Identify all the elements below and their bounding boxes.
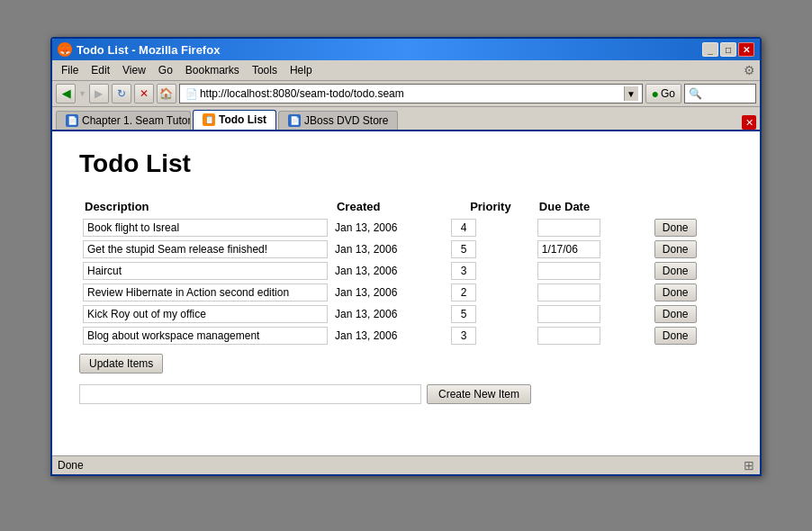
- header-due-date: Due Date: [534, 196, 651, 217]
- row-description-cell-2: [79, 260, 331, 282]
- new-item-row: Create New Item: [79, 384, 733, 404]
- menu-edit[interactable]: Edit: [86, 62, 115, 78]
- row-created-0: Jan 13, 2006: [331, 217, 447, 238]
- reload-button[interactable]: ↻: [112, 84, 131, 104]
- due-date-input-1[interactable]: [537, 240, 600, 258]
- forward-button[interactable]: ▶: [89, 84, 109, 104]
- table-row: Jan 13, 2006 Done: [79, 303, 733, 325]
- done-button-3[interactable]: Done: [654, 284, 697, 302]
- row-priority-cell-0: [447, 217, 534, 238]
- back-button[interactable]: ◀: [56, 84, 76, 104]
- row-description-cell-3: [79, 282, 331, 303]
- table-row: Jan 13, 2006 Done: [79, 238, 733, 260]
- header-description: Description: [79, 196, 331, 217]
- search-icon: 🔍: [689, 87, 702, 100]
- table-row: Jan 13, 2006 Done: [79, 260, 733, 282]
- address-text: http://localhost:8080/seam-todo/todo.sea…: [200, 87, 624, 100]
- row-created-3: Jan 13, 2006: [331, 282, 447, 303]
- page-content: Todo List Description Created Priority D…: [52, 131, 760, 455]
- priority-input-2[interactable]: [451, 262, 476, 280]
- row-done-cell-4: Done: [651, 303, 733, 325]
- priority-input-5[interactable]: [451, 327, 476, 345]
- status-text: Done: [58, 459, 84, 472]
- todo-table: Description Created Priority Due Date Ja…: [79, 196, 733, 346]
- address-bar-container: 📄 http://localhost:8080/seam-todo/todo.s…: [179, 84, 643, 104]
- tab-close-button[interactable]: ✕: [742, 115, 756, 130]
- menu-file[interactable]: File: [56, 62, 84, 78]
- menu-view[interactable]: View: [117, 62, 151, 78]
- row-priority-cell-3: [447, 282, 534, 303]
- menu-go[interactable]: Go: [153, 62, 178, 78]
- header-created: Created: [331, 196, 447, 217]
- close-button[interactable]: ✕: [738, 42, 754, 57]
- menu-bookmarks[interactable]: Bookmarks: [180, 62, 245, 78]
- table-header-row: Description Created Priority Due Date: [79, 196, 733, 217]
- tab-bar-right: ✕: [742, 115, 756, 130]
- priority-input-1[interactable]: [451, 240, 476, 258]
- row-done-cell-1: Done: [651, 238, 733, 260]
- tab-todo[interactable]: 📋 Todo List: [193, 110, 276, 130]
- page-icon: 📄: [184, 88, 200, 100]
- go-button[interactable]: ● Go: [645, 84, 681, 104]
- due-date-input-0[interactable]: [537, 219, 600, 237]
- desc-input-3[interactable]: [83, 284, 328, 302]
- due-date-input-5[interactable]: [537, 327, 600, 345]
- create-new-item-button[interactable]: Create New Item: [427, 384, 531, 404]
- row-created-1: Jan 13, 2006: [331, 238, 447, 260]
- done-button-4[interactable]: Done: [654, 305, 697, 323]
- menu-settings-icon: ⚙: [742, 63, 756, 77]
- done-button-1[interactable]: Done: [654, 240, 697, 258]
- row-priority-cell-2: [447, 260, 534, 282]
- due-date-input-3[interactable]: [537, 284, 600, 302]
- priority-input-3[interactable]: [451, 284, 476, 302]
- title-bar-controls: _ □ ✕: [702, 42, 754, 57]
- minimize-button[interactable]: _: [702, 42, 718, 57]
- row-created-4: Jan 13, 2006: [331, 303, 447, 325]
- row-due-date-cell-4: [534, 303, 651, 325]
- search-input[interactable]: 🔍: [684, 84, 756, 104]
- home-button[interactable]: 🏠: [157, 84, 176, 104]
- row-due-date-cell-3: [534, 282, 651, 303]
- desc-input-0[interactable]: [83, 219, 328, 237]
- table-row: Jan 13, 2006 Done: [79, 217, 733, 238]
- maximize-button[interactable]: □: [720, 42, 736, 57]
- address-dropdown[interactable]: ▼: [624, 86, 638, 101]
- desc-input-2[interactable]: [83, 262, 328, 280]
- window-title: Todo List - Mozilla Firefox: [77, 43, 220, 57]
- priority-input-4[interactable]: [451, 305, 476, 323]
- row-description-cell-1: [79, 238, 331, 260]
- header-action: [651, 196, 733, 217]
- update-items-button[interactable]: Update Items: [79, 354, 163, 374]
- priority-input-0[interactable]: [451, 219, 476, 237]
- done-button-0[interactable]: Done: [654, 219, 697, 237]
- done-button-5[interactable]: Done: [654, 327, 697, 345]
- row-done-cell-2: Done: [651, 260, 733, 282]
- row-priority-cell-1: [447, 238, 534, 260]
- due-date-input-2[interactable]: [537, 262, 600, 280]
- row-priority-cell-5: [447, 325, 534, 346]
- row-due-date-cell-1: [534, 238, 651, 260]
- address-bar[interactable]: 📄 http://localhost:8080/seam-todo/todo.s…: [179, 84, 643, 104]
- menu-help[interactable]: Help: [284, 62, 318, 78]
- nav-bar: ◀ ▼ ▶ ↻ ✕ 🏠 📄 http://localhost:8080/seam…: [52, 81, 760, 107]
- due-date-input-4[interactable]: [537, 305, 600, 323]
- desc-input-4[interactable]: [83, 305, 328, 323]
- tab-chapter[interactable]: 📄 Chapter 1. Seam Tutorial: [56, 111, 191, 130]
- new-item-input[interactable]: [79, 384, 421, 404]
- row-description-cell-4: [79, 303, 331, 325]
- row-done-cell-3: Done: [651, 282, 733, 303]
- menu-tools[interactable]: Tools: [247, 62, 283, 78]
- go-circle-icon: ●: [652, 86, 659, 101]
- page-title: Todo List: [79, 149, 733, 178]
- desc-input-5[interactable]: [83, 327, 328, 345]
- row-done-cell-5: Done: [651, 325, 733, 346]
- stop-button[interactable]: ✕: [134, 84, 154, 104]
- firefox-icon: 🦊: [58, 42, 72, 57]
- tab-jboss[interactable]: 📄 JBoss DVD Store: [278, 111, 398, 130]
- chapter-tab-label: Chapter 1. Seam Tutorial: [82, 114, 191, 127]
- row-description-cell-5: [79, 325, 331, 346]
- browser-window: 🦊 Todo List - Mozilla Firefox _ □ ✕ File…: [50, 37, 762, 476]
- done-button-2[interactable]: Done: [654, 262, 697, 280]
- tab-bar: 📄 Chapter 1. Seam Tutorial 📋 Todo List 📄…: [52, 107, 760, 131]
- desc-input-1[interactable]: [83, 240, 328, 258]
